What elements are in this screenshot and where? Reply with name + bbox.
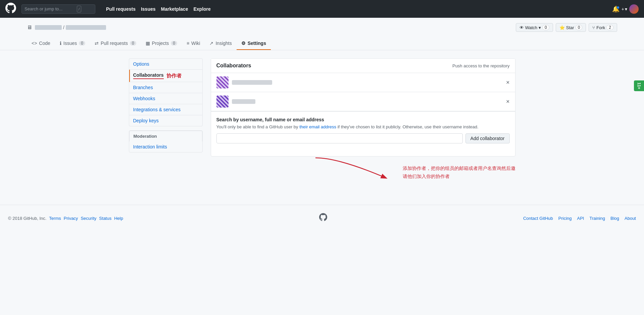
- new-item-button[interactable]: + ▾: [622, 6, 627, 12]
- tab-pr-label: Pull requests: [101, 41, 128, 46]
- repo-title-row: 🖥 / 👁 Watch ▾ 0 ⭐ Star 0 ⑂ Fork 2: [27, 23, 617, 36]
- repo-name-blurred: [66, 25, 106, 30]
- footer-status[interactable]: Status: [99, 216, 111, 221]
- tab-issues[interactable]: ℹ Issues 0: [55, 37, 90, 50]
- copyright-text: © 2018 GitHub, Inc.: [8, 216, 46, 221]
- footer-help[interactable]: Help: [114, 216, 123, 221]
- remove-collab-2-button[interactable]: ×: [506, 99, 510, 105]
- tab-issues-label: Issues: [63, 41, 77, 46]
- repo-path: /: [35, 25, 106, 30]
- top-navigation: / Pull requests Issues Marketplace Explo…: [0, 0, 644, 18]
- sidebar-item-interaction-limits[interactable]: Interaction limits: [129, 141, 202, 152]
- settings-sidebar: Options Collaborators 协作者 Branches Webho…: [129, 58, 203, 156]
- repo-title: 🖥 /: [27, 24, 106, 30]
- footer-training[interactable]: Training: [589, 216, 605, 221]
- repo-actions: 👁 Watch ▾ 0 ⭐ Star 0 ⑂ Fork 2: [516, 23, 617, 32]
- annotation-arrow: [312, 154, 406, 185]
- search-bar[interactable]: /: [21, 4, 95, 14]
- footer-about[interactable]: About: [625, 216, 636, 221]
- moderation-header: Moderation: [129, 131, 202, 141]
- projects-icon: ▦: [146, 41, 150, 46]
- tab-projects[interactable]: ▦ Projects 0: [141, 37, 182, 50]
- tab-code-label: Code: [39, 41, 50, 46]
- annotation-line1: 添加协作者，把你的组员的邮箱或者用户名查询然后邀: [403, 165, 515, 173]
- repo-owner-blurred: [35, 25, 62, 30]
- collaborator-row-2: ×: [211, 92, 515, 111]
- footer-terms[interactable]: Terms: [49, 216, 61, 221]
- nav-pull-requests[interactable]: Pull requests: [103, 6, 138, 12]
- plus-icon: +: [622, 6, 624, 12]
- page-footer: © 2018 GitHub, Inc. Terms Privacy Securi…: [0, 205, 644, 231]
- green-badge[interactable]: 11+: [634, 80, 644, 91]
- watch-button[interactable]: 👁 Watch ▾ 0: [516, 23, 553, 32]
- branches-label: Branches: [133, 85, 153, 90]
- settings-icon: ⚙: [241, 41, 246, 46]
- path-separator: /: [63, 25, 64, 30]
- collaborators-panel: Collaborators Push access to the reposit…: [211, 58, 515, 156]
- integrations-label: Integrations & services: [133, 107, 181, 112]
- sidebar-item-integrations[interactable]: Integrations & services: [129, 104, 202, 115]
- footer-pricing[interactable]: Pricing: [558, 216, 572, 221]
- collaborator-search-input[interactable]: [216, 133, 463, 143]
- github-footer-logo: [319, 213, 327, 223]
- footer-privacy[interactable]: Privacy: [64, 216, 78, 221]
- add-collaborator-section: Search by username, full name or email a…: [211, 111, 515, 149]
- nav-issues[interactable]: Issues: [138, 6, 158, 12]
- add-collaborator-button[interactable]: Add collaborator: [465, 133, 510, 143]
- collab-1-info: [216, 76, 272, 88]
- collaborators-chinese-label: 协作者: [166, 73, 182, 79]
- add-collaborator-label: Add collaborator: [470, 136, 505, 141]
- issues-icon: ℹ: [60, 41, 61, 46]
- sidebar-item-branches[interactable]: Branches: [129, 82, 202, 93]
- nav-marketplace[interactable]: Marketplace: [158, 6, 191, 12]
- collab-2-name-blurred: [232, 99, 255, 104]
- insights-icon: ↗: [209, 41, 213, 46]
- star-icon: ⭐: [559, 25, 565, 30]
- tab-insights[interactable]: ↗ Insights: [205, 37, 236, 50]
- interaction-limits-label: Interaction limits: [133, 144, 167, 149]
- search-row: Add collaborator: [216, 133, 510, 143]
- footer-left: © 2018 GitHub, Inc. Terms Privacy Securi…: [8, 216, 123, 221]
- sidebar-item-options[interactable]: Options: [129, 59, 202, 70]
- email-link[interactable]: their email address: [299, 124, 336, 129]
- star-count: 0: [576, 25, 583, 30]
- wiki-icon: ≡: [187, 41, 189, 46]
- sidebar-item-webhooks[interactable]: Webhooks: [129, 93, 202, 104]
- star-label: Star: [566, 25, 574, 30]
- collaborators-active-label: Collaborators 协作者: [133, 72, 198, 79]
- github-logo-icon[interactable]: [5, 3, 16, 15]
- tab-settings[interactable]: ⚙ Settings: [237, 37, 271, 50]
- repo-type-icon: 🖥: [27, 24, 32, 30]
- footer-api[interactable]: API: [577, 216, 584, 221]
- fork-button[interactable]: ⑂ Fork 2: [589, 23, 617, 32]
- search-section-title: Search by username, full name or email a…: [216, 117, 510, 122]
- notification-bell-wrapper: 🔔: [612, 5, 620, 13]
- sidebar-item-collaborators[interactable]: Collaborators 协作者: [129, 70, 202, 82]
- remove-collab-1-button[interactable]: ×: [506, 79, 510, 85]
- footer-blog[interactable]: Blog: [610, 216, 619, 221]
- collaborators-label: Collaborators: [133, 72, 164, 79]
- footer-security[interactable]: Security: [81, 216, 96, 221]
- star-button[interactable]: ⭐ Star 0: [556, 23, 586, 32]
- nav-explore[interactable]: Explore: [191, 6, 213, 12]
- issues-count: 0: [79, 41, 85, 46]
- footer-right: Contact GitHub Pricing API Training Blog…: [523, 216, 636, 221]
- tab-code[interactable]: <> Code: [27, 37, 55, 50]
- tab-settings-label: Settings: [248, 41, 266, 46]
- panel-title: Collaborators: [216, 63, 251, 69]
- tab-wiki[interactable]: ≡ Wiki: [182, 37, 205, 50]
- annotation-text: 添加协作者，把你的组员的邮箱或者用户名查询然后邀 请他们加入你的协作者: [403, 165, 515, 181]
- fork-label: Fork: [596, 25, 605, 30]
- sidebar-item-deploy-keys[interactable]: Deploy keys: [129, 115, 202, 126]
- eye-icon: 👁: [519, 25, 524, 30]
- collab-2-info: [216, 96, 255, 108]
- watch-count: 0: [542, 25, 549, 30]
- moderation-label: Moderation: [134, 134, 157, 139]
- tab-pull-requests[interactable]: ⇄ Pull requests 0: [90, 37, 141, 50]
- user-avatar[interactable]: [629, 4, 639, 14]
- footer-contact-github[interactable]: Contact GitHub: [523, 216, 553, 221]
- webhooks-label: Webhooks: [133, 96, 155, 101]
- collab-1-avatar: [216, 76, 229, 88]
- pr-count: 0: [130, 41, 136, 46]
- search-input[interactable]: [24, 6, 75, 11]
